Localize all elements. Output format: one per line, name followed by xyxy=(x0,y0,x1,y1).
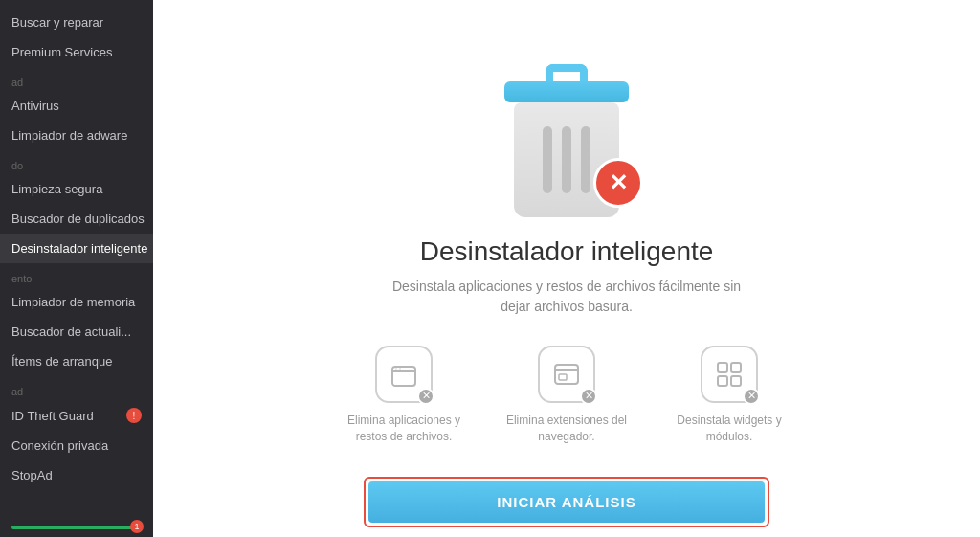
sidebar-item-ad-label-2: ad xyxy=(0,376,153,400)
trash-stripe-3 xyxy=(581,126,590,193)
sidebar-item-antivirus[interactable]: Antivirus xyxy=(0,91,153,121)
sidebar-label-limpieza-segura: Limpieza segura xyxy=(11,182,102,196)
sidebar-item-desinstalador-inteligente[interactable]: Desinstalador inteligente xyxy=(0,234,153,263)
sidebar-item-buscador-actualizaciones[interactable]: Buscador de actuali... xyxy=(0,317,153,347)
trash-lid xyxy=(504,81,629,102)
cta-container: INICIAR ANÁLISIS xyxy=(153,477,980,537)
sidebar-label-limpiador-memoria: Limpiador de memoria xyxy=(11,295,135,309)
sidebar-item-items-arranque[interactable]: Ítems de arranque xyxy=(0,347,153,376)
trash-x-badge: ✕ xyxy=(593,158,643,208)
main-content: ✕ Desinstalador inteligente Desinstala a… xyxy=(153,0,980,537)
start-analysis-button[interactable]: INICIAR ANÁLISIS xyxy=(368,481,765,523)
sidebar-label-desinstalador-inteligente: Desinstalador inteligente xyxy=(11,241,147,256)
feature-label-extensions: Elimina extensiones del navegador. xyxy=(504,413,629,445)
sidebar-item-conexion-privada[interactable]: Conexión privada xyxy=(0,431,153,460)
sidebar-item-buscar-reparar[interactable]: Buscar y reparar xyxy=(0,8,153,37)
sidebar-bottom: 1 xyxy=(0,518,153,537)
sidebar: Buscar y repararPremium ServicesadAntivi… xyxy=(0,0,153,537)
feature-icon-widgets: ✕ xyxy=(701,346,758,403)
trash-stripe-2 xyxy=(562,126,571,193)
feature-apps: ✕ Elimina aplicaciones y restos de archi… xyxy=(342,346,466,445)
sidebar-label-id-theft-guard: ID Theft Guard xyxy=(11,409,94,423)
sidebar-item-stopad[interactable]: StopAd xyxy=(0,460,153,490)
svg-point-1 xyxy=(395,368,397,369)
sidebar-item-buscador-duplicados[interactable]: Buscador de duplicados xyxy=(0,204,153,234)
extensions-badge: ✕ xyxy=(580,388,597,405)
feature-label-widgets: Desinstala widgets y módulos. xyxy=(667,413,791,445)
svg-point-2 xyxy=(399,368,401,369)
sidebar-label-conexion-privada: Conexión privada xyxy=(11,438,108,453)
sidebar-item-limpiador-memoria[interactable]: Limpiador de memoria xyxy=(0,287,153,317)
sidebar-item-id-theft-guard[interactable]: ID Theft Guard! xyxy=(0,400,153,431)
feature-extensions: ✕ Elimina extensiones del navegador. xyxy=(504,346,629,445)
svg-rect-5 xyxy=(718,363,727,372)
trash-stripe-1 xyxy=(543,126,552,193)
cta-wrapper: INICIAR ANÁLISIS xyxy=(364,477,769,527)
sidebar-label-antivirus: Antivirus xyxy=(11,99,59,113)
sidebar-label-items-arranque: Ítems de arranque xyxy=(11,354,113,369)
sidebar-item-ento-label: ento xyxy=(0,263,153,287)
sidebar-label-buscar-reparar: Buscar y reparar xyxy=(11,15,103,30)
sidebar-item-limpiador-adware[interactable]: Limpiador de adware xyxy=(0,121,153,150)
progress-bar: 1 xyxy=(11,526,142,529)
svg-rect-7 xyxy=(718,376,727,386)
sidebar-label-buscador-duplicados: Buscador de duplicados xyxy=(11,212,145,226)
badge-id-theft-guard: ! xyxy=(126,408,142,423)
svg-rect-6 xyxy=(731,363,741,372)
page-title: Desinstalador inteligente xyxy=(420,236,714,267)
sidebar-item-limpieza-segura[interactable]: Limpieza segura xyxy=(0,174,153,204)
svg-rect-8 xyxy=(731,376,741,386)
apps-badge: ✕ xyxy=(417,388,434,405)
sidebar-label-buscador-actualizaciones: Buscador de actuali... xyxy=(11,324,131,339)
widgets-badge: ✕ xyxy=(743,388,760,405)
sidebar-item-premium-services[interactable]: Premium Services xyxy=(0,37,153,67)
page-description: Desinstala aplicaciones y restos de arch… xyxy=(385,277,748,317)
uninstaller-icon: ✕ xyxy=(490,64,643,217)
feature-icon-apps: ✕ xyxy=(375,346,433,403)
svg-rect-4 xyxy=(559,374,567,380)
feature-widgets: ✕ Desinstala widgets y módulos. xyxy=(667,346,791,445)
sidebar-label-premium-services: Premium Services xyxy=(11,45,112,59)
sidebar-item-do-label: do xyxy=(0,150,153,174)
progress-badge: 1 xyxy=(130,520,144,533)
sidebar-label-stopad: StopAd xyxy=(11,468,53,482)
feature-label-apps: Elimina aplicaciones y restos de archivo… xyxy=(342,413,466,445)
features-row: ✕ Elimina aplicaciones y restos de archi… xyxy=(342,346,791,445)
sidebar-item-ad-label-1: ad xyxy=(0,67,153,91)
feature-icon-extensions: ✕ xyxy=(538,346,595,403)
sidebar-label-limpiador-adware: Limpiador de adware xyxy=(11,128,127,143)
